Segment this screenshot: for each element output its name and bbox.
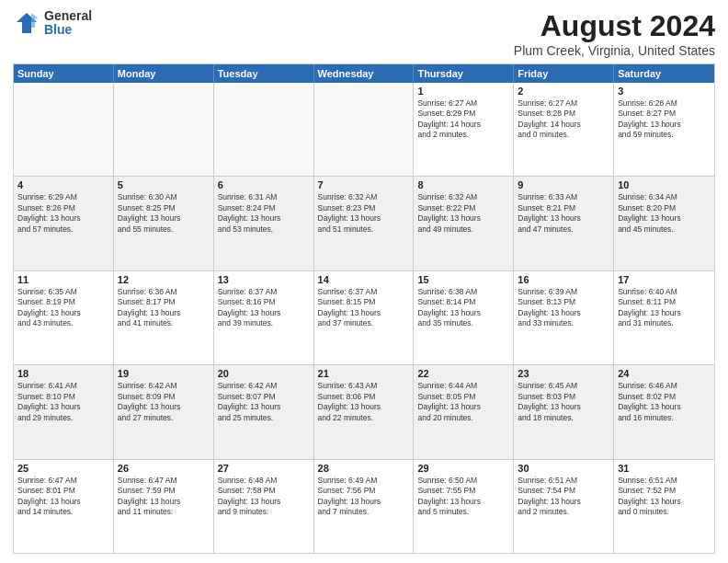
table-row: 29Sunrise: 6:50 AM Sunset: 7:55 PM Dayli… <box>414 460 514 553</box>
day-info: Sunrise: 6:51 AM Sunset: 7:52 PM Dayligh… <box>618 476 711 518</box>
table-row: 10Sunrise: 6:34 AM Sunset: 8:20 PM Dayli… <box>614 177 714 270</box>
day-number: 1 <box>417 86 509 97</box>
table-row: 22Sunrise: 6:44 AM Sunset: 8:05 PM Dayli… <box>414 365 514 458</box>
day-info: Sunrise: 6:50 AM Sunset: 7:55 PM Dayligh… <box>417 476 509 518</box>
table-row: 28Sunrise: 6:49 AM Sunset: 7:56 PM Dayli… <box>314 460 415 553</box>
day-info: Sunrise: 6:28 AM Sunset: 8:27 PM Dayligh… <box>618 98 711 141</box>
subtitle: Plum Creek, Virginia, United States <box>514 43 715 58</box>
day-info: Sunrise: 6:35 AM Sunset: 8:19 PM Dayligh… <box>17 287 109 329</box>
day-number: 7 <box>318 179 410 190</box>
svg-marker-1 <box>31 13 39 28</box>
day-info: Sunrise: 6:38 AM Sunset: 8:14 PM Dayligh… <box>417 287 509 329</box>
day-info: Sunrise: 6:44 AM Sunset: 8:05 PM Dayligh… <box>417 381 509 423</box>
day-info: Sunrise: 6:41 AM Sunset: 8:10 PM Dayligh… <box>17 381 109 423</box>
table-row: 25Sunrise: 6:47 AM Sunset: 8:01 PM Dayli… <box>14 460 114 553</box>
main-title: August 2024 <box>514 9 715 43</box>
day-info: Sunrise: 6:43 AM Sunset: 8:06 PM Dayligh… <box>318 381 410 423</box>
day-number: 30 <box>518 463 609 474</box>
day-number: 14 <box>318 274 410 285</box>
table-row <box>314 83 415 176</box>
day-info: Sunrise: 6:34 AM Sunset: 8:20 PM Dayligh… <box>618 192 711 235</box>
day-number: 10 <box>618 179 711 190</box>
day-info: Sunrise: 6:39 AM Sunset: 8:13 PM Dayligh… <box>518 287 609 329</box>
table-row: 4Sunrise: 6:29 AM Sunset: 8:26 PM Daylig… <box>14 177 114 270</box>
table-row: 1Sunrise: 6:27 AM Sunset: 8:29 PM Daylig… <box>414 83 514 176</box>
calendar-week-2: 4Sunrise: 6:29 AM Sunset: 8:26 PM Daylig… <box>14 176 714 270</box>
day-number: 18 <box>17 368 109 379</box>
header-monday: Monday <box>114 64 214 83</box>
day-number: 13 <box>218 274 310 285</box>
day-number: 4 <box>17 179 109 190</box>
day-info: Sunrise: 6:31 AM Sunset: 8:24 PM Dayligh… <box>218 192 310 235</box>
day-info: Sunrise: 6:32 AM Sunset: 8:23 PM Dayligh… <box>318 192 410 235</box>
day-number: 22 <box>417 368 509 379</box>
table-row: 2Sunrise: 6:27 AM Sunset: 8:28 PM Daylig… <box>514 83 614 176</box>
day-info: Sunrise: 6:33 AM Sunset: 8:21 PM Dayligh… <box>518 192 609 235</box>
day-number: 6 <box>218 179 310 190</box>
day-number: 19 <box>118 368 210 379</box>
day-info: Sunrise: 6:37 AM Sunset: 8:16 PM Dayligh… <box>218 287 310 329</box>
day-info: Sunrise: 6:42 AM Sunset: 8:09 PM Dayligh… <box>118 381 210 423</box>
day-number: 3 <box>618 86 711 97</box>
header-tuesday: Tuesday <box>214 64 314 83</box>
day-info: Sunrise: 6:49 AM Sunset: 7:56 PM Dayligh… <box>318 476 410 518</box>
day-info: Sunrise: 6:51 AM Sunset: 7:54 PM Dayligh… <box>518 476 609 518</box>
calendar-week-4: 18Sunrise: 6:41 AM Sunset: 8:10 PM Dayli… <box>14 364 714 458</box>
table-row: 6Sunrise: 6:31 AM Sunset: 8:24 PM Daylig… <box>214 177 314 270</box>
header-thursday: Thursday <box>414 64 514 83</box>
table-row: 16Sunrise: 6:39 AM Sunset: 8:13 PM Dayli… <box>514 271 614 364</box>
logo-blue-text: Blue <box>44 23 92 37</box>
table-row: 13Sunrise: 6:37 AM Sunset: 8:16 PM Dayli… <box>214 271 314 364</box>
table-row: 8Sunrise: 6:32 AM Sunset: 8:22 PM Daylig… <box>414 177 514 270</box>
table-row: 23Sunrise: 6:45 AM Sunset: 8:03 PM Dayli… <box>514 365 614 458</box>
table-row <box>14 83 114 176</box>
table-row: 9Sunrise: 6:33 AM Sunset: 8:21 PM Daylig… <box>514 177 614 270</box>
day-number: 20 <box>218 368 310 379</box>
day-number: 23 <box>518 368 609 379</box>
table-row: 18Sunrise: 6:41 AM Sunset: 8:10 PM Dayli… <box>14 365 114 458</box>
header-sunday: Sunday <box>14 64 114 83</box>
header-wednesday: Wednesday <box>314 64 415 83</box>
table-row: 27Sunrise: 6:48 AM Sunset: 7:58 PM Dayli… <box>214 460 314 553</box>
table-row: 24Sunrise: 6:46 AM Sunset: 8:02 PM Dayli… <box>614 365 714 458</box>
table-row: 17Sunrise: 6:40 AM Sunset: 8:11 PM Dayli… <box>614 271 714 364</box>
header-friday: Friday <box>514 64 614 83</box>
day-info: Sunrise: 6:46 AM Sunset: 8:02 PM Dayligh… <box>618 381 711 423</box>
day-info: Sunrise: 6:45 AM Sunset: 8:03 PM Dayligh… <box>518 381 609 423</box>
day-number: 31 <box>618 463 711 474</box>
day-info: Sunrise: 6:47 AM Sunset: 7:59 PM Dayligh… <box>118 476 210 518</box>
table-row: 19Sunrise: 6:42 AM Sunset: 8:09 PM Dayli… <box>114 365 214 458</box>
header-saturday: Saturday <box>614 64 714 83</box>
logo-icon <box>13 9 40 37</box>
day-number: 2 <box>518 86 609 97</box>
table-row: 31Sunrise: 6:51 AM Sunset: 7:52 PM Dayli… <box>614 460 714 553</box>
calendar-week-1: 1Sunrise: 6:27 AM Sunset: 8:29 PM Daylig… <box>14 83 714 176</box>
day-info: Sunrise: 6:32 AM Sunset: 8:22 PM Dayligh… <box>417 192 509 235</box>
day-info: Sunrise: 6:40 AM Sunset: 8:11 PM Dayligh… <box>618 287 711 329</box>
table-row: 11Sunrise: 6:35 AM Sunset: 8:19 PM Dayli… <box>14 271 114 364</box>
table-row: 20Sunrise: 6:42 AM Sunset: 8:07 PM Dayli… <box>214 365 314 458</box>
calendar-week-3: 11Sunrise: 6:35 AM Sunset: 8:19 PM Dayli… <box>14 270 714 364</box>
day-info: Sunrise: 6:42 AM Sunset: 8:07 PM Dayligh… <box>218 381 310 423</box>
day-number: 27 <box>218 463 310 474</box>
table-row: 5Sunrise: 6:30 AM Sunset: 8:25 PM Daylig… <box>114 177 214 270</box>
day-info: Sunrise: 6:37 AM Sunset: 8:15 PM Dayligh… <box>318 287 410 329</box>
title-block: August 2024 Plum Creek, Virginia, United… <box>514 9 715 58</box>
logo-general-text: General <box>44 9 92 23</box>
day-info: Sunrise: 6:48 AM Sunset: 7:58 PM Dayligh… <box>218 476 310 518</box>
day-number: 25 <box>17 463 109 474</box>
day-number: 21 <box>318 368 410 379</box>
calendar-header: Sunday Monday Tuesday Wednesday Thursday… <box>14 64 714 83</box>
day-number: 8 <box>417 179 509 190</box>
calendar-week-5: 25Sunrise: 6:47 AM Sunset: 8:01 PM Dayli… <box>14 459 714 553</box>
day-info: Sunrise: 6:29 AM Sunset: 8:26 PM Dayligh… <box>17 192 109 235</box>
day-number: 24 <box>618 368 711 379</box>
table-row: 3Sunrise: 6:28 AM Sunset: 8:27 PM Daylig… <box>614 83 714 176</box>
table-row: 21Sunrise: 6:43 AM Sunset: 8:06 PM Dayli… <box>314 365 415 458</box>
day-number: 17 <box>618 274 711 285</box>
day-number: 12 <box>118 274 210 285</box>
day-number: 29 <box>417 463 509 474</box>
header: General Blue August 2024 Plum Creek, Vir… <box>13 9 715 58</box>
table-row: 26Sunrise: 6:47 AM Sunset: 7:59 PM Dayli… <box>114 460 214 553</box>
table-row: 12Sunrise: 6:36 AM Sunset: 8:17 PM Dayli… <box>114 271 214 364</box>
